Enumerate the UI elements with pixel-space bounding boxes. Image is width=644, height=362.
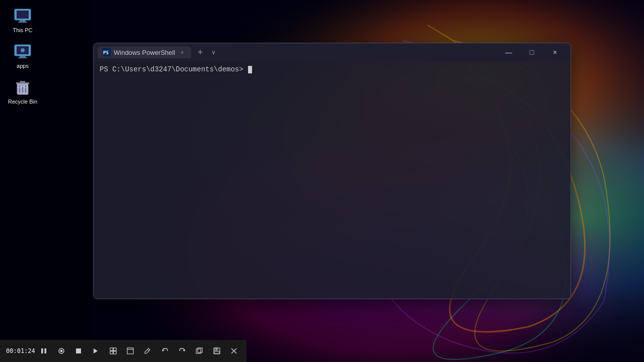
recycle-bin-icon bbox=[14, 78, 32, 97]
desktop-icon-area: This PC apps bbox=[0, 0, 45, 113]
redo-button[interactable] bbox=[176, 344, 189, 358]
svg-rect-38 bbox=[196, 349, 201, 353]
prompt-line: PS C:\Users\d3247\Documents\demos> bbox=[100, 65, 565, 73]
svg-rect-9 bbox=[18, 22, 27, 23]
undo-icon bbox=[162, 347, 169, 354]
pen-button[interactable] bbox=[141, 344, 154, 358]
window-icon bbox=[127, 347, 134, 354]
svg-marker-36 bbox=[163, 349, 165, 351]
layout-icon bbox=[110, 347, 117, 354]
tab-close-button[interactable]: × bbox=[178, 48, 186, 56]
powershell-titlebar: PS Windows PowerShell × + ∨ — □ × bbox=[94, 43, 571, 61]
svg-rect-13 bbox=[18, 57, 27, 58]
toolbar-close-button[interactable] bbox=[227, 344, 240, 358]
ps-cursor bbox=[248, 66, 252, 73]
play-button[interactable] bbox=[89, 344, 102, 358]
pen-icon bbox=[144, 347, 151, 354]
ps-prompt-text: PS C:\Users\d3247\Documents\demos> bbox=[100, 65, 248, 73]
svg-rect-7 bbox=[17, 11, 29, 19]
stop-button[interactable] bbox=[72, 344, 85, 358]
svg-rect-39 bbox=[198, 348, 202, 352]
svg-rect-29 bbox=[110, 348, 113, 351]
powershell-tab[interactable]: PS Windows PowerShell × bbox=[98, 46, 191, 58]
save-button[interactable] bbox=[210, 344, 223, 358]
powershell-tab-label: Windows PowerShell bbox=[114, 49, 175, 56]
apps-icon bbox=[14, 43, 32, 61]
powershell-content[interactable]: PS C:\Users\d3247\Documents\demos> bbox=[94, 61, 571, 299]
svg-rect-12 bbox=[20, 56, 26, 57]
recycle-bin-label: Recycle Bin bbox=[8, 99, 37, 105]
maximize-button[interactable]: □ bbox=[520, 43, 543, 61]
this-pc-label: This PC bbox=[13, 27, 32, 34]
apps-label: apps bbox=[17, 63, 29, 69]
desktop-icon-recycle-bin[interactable]: Recycle Bin bbox=[5, 76, 40, 107]
record-circle-button[interactable] bbox=[55, 344, 68, 358]
undo-button[interactable] bbox=[158, 344, 171, 358]
window-controls: — □ × bbox=[497, 43, 567, 61]
svg-text:PS: PS bbox=[103, 50, 109, 55]
recording-toolbar: 00:01:24 bbox=[0, 340, 247, 362]
toolbar-close-icon bbox=[231, 348, 237, 354]
layout-button[interactable] bbox=[107, 344, 120, 358]
copy-frames-button[interactable] bbox=[193, 344, 206, 358]
svg-rect-30 bbox=[113, 348, 116, 351]
save-icon bbox=[213, 347, 220, 354]
record-circle-icon bbox=[58, 347, 65, 354]
desktop: This PC apps bbox=[0, 0, 644, 362]
svg-rect-43 bbox=[216, 348, 217, 350]
svg-rect-31 bbox=[110, 351, 113, 354]
powershell-window: PS Windows PowerShell × + ∨ — □ × PS C:\… bbox=[93, 43, 571, 299]
svg-point-26 bbox=[60, 350, 62, 352]
powershell-tab-icon: PS bbox=[103, 48, 111, 56]
svg-rect-42 bbox=[214, 351, 219, 353]
pause-button[interactable] bbox=[37, 344, 50, 358]
recording-time: 00:01:24 bbox=[6, 347, 33, 354]
svg-point-14 bbox=[21, 48, 25, 52]
desktop-icon-this-pc[interactable]: This PC bbox=[5, 5, 40, 36]
window-button[interactable] bbox=[124, 344, 137, 358]
minimize-button[interactable]: — bbox=[497, 43, 520, 61]
this-pc-icon bbox=[14, 7, 32, 25]
close-button[interactable]: × bbox=[543, 43, 567, 61]
play-icon bbox=[92, 347, 99, 354]
svg-rect-24 bbox=[45, 348, 47, 353]
svg-line-35 bbox=[147, 349, 149, 351]
svg-rect-33 bbox=[127, 348, 133, 354]
redo-icon bbox=[179, 347, 186, 354]
svg-marker-37 bbox=[183, 349, 185, 351]
stop-icon bbox=[75, 347, 82, 354]
copy-frames-icon bbox=[196, 347, 203, 354]
desktop-icon-apps[interactable]: apps bbox=[5, 41, 40, 71]
svg-rect-32 bbox=[113, 351, 116, 354]
pause-icon bbox=[40, 347, 47, 354]
svg-rect-8 bbox=[20, 20, 26, 22]
svg-rect-23 bbox=[41, 348, 43, 353]
svg-rect-27 bbox=[76, 348, 81, 353]
new-tab-button[interactable]: + bbox=[193, 45, 207, 59]
tab-dropdown-button[interactable]: ∨ bbox=[207, 46, 219, 58]
svg-rect-17 bbox=[20, 81, 25, 83]
svg-marker-28 bbox=[94, 348, 98, 353]
